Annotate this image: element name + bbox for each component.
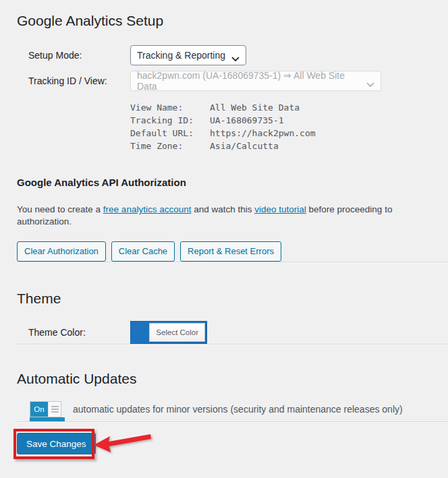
tracking-view-value: hack2pwn.com (UA-168069735-1) ⇒ All Web …: [137, 70, 360, 92]
tracking-id-value: UA-168069735-1: [210, 114, 284, 127]
page-title: Google Analytics Setup: [17, 12, 448, 29]
clear-authorization-button[interactable]: Clear Authorization: [17, 241, 106, 262]
automatic-updates-title: Automatic Updates: [17, 370, 448, 387]
annotation-arrow-icon: [92, 430, 155, 457]
chevron-down-icon: [231, 53, 240, 64]
setup-mode-select[interactable]: Tracking & Reporting: [130, 45, 246, 65]
detail-row: Default URL: https://hack2pwn.com: [130, 127, 448, 140]
detail-row: Tracking ID: UA-168069735-1: [130, 114, 448, 127]
analytics-details: View Name: All Web Site Data Tracking ID…: [130, 101, 448, 152]
default-url-value: https://hack2pwn.com: [210, 127, 316, 140]
detail-row: View Name: All Web Site Data: [130, 101, 448, 114]
toggle-track: On: [30, 401, 61, 417]
setup-form: Setup Mode: Tracking & Reporting Trackin…: [17, 42, 448, 94]
automatic-updates-row: On automatic updates for minor versions …: [30, 401, 448, 421]
section-divider: [17, 344, 448, 345]
tracking-view-label: Tracking ID / View:: [17, 76, 130, 86]
chevron-down-icon: [366, 79, 374, 90]
select-color-button[interactable]: Select Color: [149, 323, 205, 342]
detail-row: Time Zone: Asia/Calcutta: [130, 140, 448, 152]
free-analytics-account-link[interactable]: free analytics account: [103, 204, 192, 214]
video-tutorial-link[interactable]: video tutorial: [254, 204, 306, 214]
report-reset-errors-button[interactable]: Report & Reset Errors: [180, 241, 281, 262]
view-name-label: View Name:: [130, 101, 210, 114]
section-divider: [17, 421, 448, 423]
api-buttons-row: Clear Authorization Clear Cache Report &…: [17, 241, 448, 262]
setup-mode-label: Setup Mode:: [17, 50, 130, 61]
settings-page: Google Analytics Setup Setup Mode: Track…: [0, 0, 448, 465]
tracking-id-label: Tracking ID:: [130, 114, 210, 127]
default-url-label: Default URL:: [130, 127, 210, 140]
save-changes-button[interactable]: Save Changes: [17, 433, 96, 454]
toggle-on-label: On: [30, 402, 48, 417]
tracking-view-row: Tracking ID / View: hack2pwn.com (UA-168…: [17, 68, 448, 94]
time-zone-value: Asia/Calcutta: [210, 140, 279, 152]
setup-mode-value: Tracking & Reporting: [137, 50, 225, 61]
toggle-bar: [30, 417, 65, 421]
auto-update-toggle[interactable]: On: [30, 401, 65, 421]
section-divider: [17, 262, 448, 263]
color-picker-button[interactable]: Select Color: [130, 321, 207, 344]
api-authorization-description: You need to create a free analytics acco…: [17, 204, 448, 228]
description-text: You need to create a: [17, 204, 103, 214]
api-authorization-title: Google Analytics API Authorization: [17, 177, 448, 189]
clear-cache-button[interactable]: Clear Cache: [111, 241, 175, 262]
view-name-value: All Web Site Data: [210, 101, 300, 114]
setup-mode-row: Setup Mode: Tracking & Reporting: [17, 42, 448, 68]
tracking-view-select: hack2pwn.com (UA-168069735-1) ⇒ All Web …: [130, 71, 381, 91]
theme-color-row: Theme Color: Select Color: [17, 321, 448, 344]
theme-color-label: Theme Color:: [17, 327, 130, 338]
grip-icon: [51, 406, 59, 413]
auto-update-description: automatic updates for minor versions (se…: [73, 401, 403, 415]
save-area: Save Changes: [17, 429, 448, 465]
description-text: and watch this: [191, 204, 254, 214]
time-zone-label: Time Zone:: [130, 140, 210, 152]
toggle-handle[interactable]: [48, 402, 61, 417]
theme-title: Theme: [17, 290, 448, 307]
